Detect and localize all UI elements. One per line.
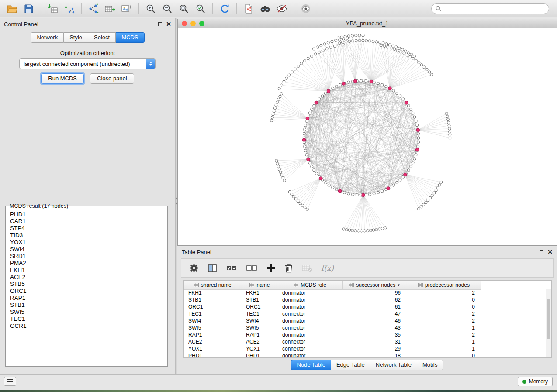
table-row[interactable]: PHD1PHD1dominator180 [184, 352, 481, 358]
refresh-button[interactable] [217, 2, 232, 16]
mcds-node-item[interactable]: TEC1 [10, 316, 166, 323]
table-row[interactable]: FKH1FKH1dominator962 [184, 289, 481, 296]
save-session-button[interactable] [21, 2, 37, 16]
tab-network[interactable]: Network [31, 32, 64, 43]
mcds-node-item[interactable]: CAR1 [10, 218, 166, 225]
mcds-node-item[interactable]: STB1 [10, 302, 166, 309]
mcds-node-item[interactable]: PHD1 [10, 211, 166, 218]
export-network-button[interactable] [86, 2, 101, 16]
tab-motifs[interactable]: Motifs [417, 360, 443, 370]
export-image-button[interactable] [119, 2, 135, 16]
mcds-node-item[interactable]: STP4 [10, 225, 166, 232]
show-all-button[interactable] [298, 2, 314, 16]
mcds-node-item[interactable]: SWI5 [10, 309, 166, 316]
float-panel-icon[interactable] [158, 22, 162, 26]
mcds-node-item[interactable]: YOX1 [10, 239, 166, 246]
mcds-node-item[interactable]: TID3 [10, 232, 166, 239]
table-scrollbar[interactable] [546, 289, 551, 357]
criterion-dropdown[interactable]: largest connected component (undirected) [19, 58, 156, 69]
status-bar: Memory [0, 374, 557, 388]
column-header-successor-nodes[interactable]: successor nodes ▾ [342, 281, 407, 289]
select-all-rows-button[interactable] [226, 263, 237, 273]
export-table-button[interactable] [102, 2, 118, 16]
mcds-node-item[interactable]: SWI4 [10, 246, 166, 253]
close-panel-button[interactable]: Close panel [90, 73, 134, 84]
zoom-out-button[interactable] [159, 2, 175, 16]
tab-style[interactable]: Style [64, 32, 88, 43]
zoom-selected-button[interactable] [193, 2, 208, 16]
mcds-result-list[interactable]: PHD1CAR1STP4TID3YOX1SWI4SRD1PMA2FKH1ACE2… [10, 211, 166, 364]
column-header-mcds-role[interactable]: MCDS role [278, 281, 342, 289]
hide-selected-button[interactable] [274, 2, 290, 16]
column-header-predecessor-nodes[interactable]: predecessor nodes [407, 281, 481, 289]
table-row[interactable]: ORC1ORC1dominator610 [184, 303, 481, 310]
memory-button[interactable]: Memory [518, 377, 553, 386]
deselect-all-rows-button[interactable] [246, 263, 257, 273]
table-row[interactable]: TEC1TEC1connector472 [184, 310, 481, 317]
hamburger-icon [7, 379, 13, 383]
table-row[interactable]: STB1STB1dominator620 [184, 296, 481, 303]
network-graph[interactable] [178, 28, 557, 245]
tab-select[interactable]: Select [88, 32, 116, 43]
table-settings-button[interactable] [189, 263, 199, 273]
mcds-node-item[interactable]: STB5 [10, 281, 166, 288]
table-row[interactable]: SWI4SWI4dominator462 [184, 317, 481, 324]
import-network-button[interactable] [62, 2, 77, 16]
mcds-node-item[interactable]: ORC1 [10, 288, 166, 295]
mcds-node-item[interactable]: SRD1 [10, 253, 166, 260]
table-panel-header: Table Panel ✕ [177, 247, 557, 257]
refresh-icon [219, 3, 230, 14]
column-grid-icon [249, 283, 254, 287]
minimize-window-icon[interactable] [190, 21, 196, 26]
zoom-fit-button[interactable] [176, 2, 192, 16]
tab-network-table[interactable]: Network Table [370, 360, 417, 370]
mcds-node-item[interactable]: FKH1 [10, 267, 166, 274]
global-search[interactable] [431, 3, 549, 14]
select-all-icon [226, 263, 237, 273]
status-menu-button[interactable] [4, 377, 16, 386]
mcds-node-item[interactable]: GCR1 [10, 323, 166, 330]
search-network-button[interactable] [257, 2, 273, 16]
network-canvas[interactable] [178, 28, 557, 245]
import-network-icon [64, 3, 75, 14]
delete-column-button[interactable] [284, 263, 293, 273]
import-table-button[interactable] [45, 2, 61, 16]
table-row[interactable]: RAP1RAP1dominator352 [184, 331, 481, 338]
zoom-selected-icon [195, 3, 206, 14]
memory-status-icon [522, 380, 526, 384]
table-row[interactable]: YOX1YOX1connector291 [184, 345, 481, 352]
tab-edge-table[interactable]: Edge Table [331, 360, 370, 370]
search-input[interactable] [444, 5, 545, 12]
open-folder-icon [7, 3, 18, 14]
run-mcds-button[interactable]: Run MCDS [41, 73, 84, 84]
deselect-all-icon [246, 263, 257, 273]
tab-node-table[interactable]: Node Table [291, 360, 331, 370]
toolbar-separator [81, 3, 82, 14]
zoom-in-button[interactable] [143, 2, 159, 16]
mcds-result-title: MCDS result (17 nodes) [8, 203, 70, 209]
add-column-button[interactable] [266, 263, 276, 273]
show-columns-button[interactable] [208, 263, 217, 273]
close-window-icon[interactable] [182, 21, 187, 26]
control-panel-tabs: Network Style Select MCDS [0, 32, 175, 43]
mcds-node-item[interactable]: RAP1 [10, 295, 166, 302]
table-scrollbar-thumb[interactable] [547, 299, 550, 339]
table-panel: Table Panel ✕ [177, 247, 557, 374]
share-document-button[interactable] [241, 2, 256, 16]
tab-mcds[interactable]: MCDS [116, 32, 144, 43]
criterion-value: largest connected component (undirected) [24, 61, 130, 67]
float-table-panel-icon[interactable] [540, 250, 543, 254]
maximize-window-icon[interactable] [199, 21, 204, 26]
column-header-name[interactable]: name [242, 281, 278, 289]
open-file-button[interactable] [4, 2, 20, 16]
close-table-panel-icon[interactable]: ✕ [547, 249, 553, 255]
network-window-titlebar[interactable]: YPA_prune.txt_1 [178, 19, 557, 28]
column-header-shared-name[interactable]: shared name [184, 281, 242, 289]
table-row[interactable]: ACE2ACE2connector311 [184, 338, 481, 345]
close-panel-icon[interactable]: ✕ [166, 21, 171, 27]
column-grid-icon [194, 283, 199, 287]
mcds-node-item[interactable]: ACE2 [10, 274, 166, 281]
mcds-node-item[interactable]: PMA2 [10, 260, 166, 267]
control-panel-header: Control Panel ✕ [0, 18, 175, 30]
table-row[interactable]: SWI5SWI5connector431 [184, 324, 481, 331]
